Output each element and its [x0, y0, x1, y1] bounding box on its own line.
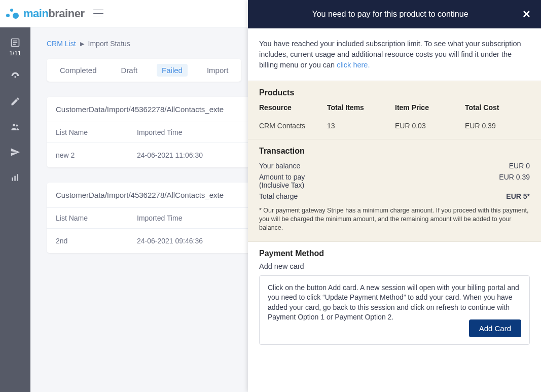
breadcrumb-root[interactable]: CRM List — [47, 40, 76, 48]
products-head-item-price: Item Price — [395, 103, 465, 112]
products-heading: Products — [259, 88, 530, 97]
sidebar-item-reports[interactable] — [0, 172, 30, 184]
transaction-heading: Transaction — [259, 147, 530, 156]
products-head-total-cost: Total Cost — [465, 103, 530, 112]
products-cell-resource: CRM Contacts — [259, 122, 327, 130]
pencil-icon — [10, 96, 20, 106]
add-card-button[interactable]: Add Card — [469, 319, 521, 337]
svg-point-4 — [14, 76, 16, 78]
transaction-footnote: * Our payment gateway Stripe has a minim… — [259, 206, 530, 232]
transaction-row-total: Total charge EUR 5* — [259, 192, 530, 200]
products-section: Products Resource Total Items Item Price… — [248, 81, 541, 139]
card-instructions-box: Click on the button Add card. A new sess… — [259, 275, 530, 345]
close-icon[interactable]: ✕ — [522, 8, 531, 20]
gauge-icon — [10, 71, 20, 81]
panel-title: You need to pay for this product to cont… — [258, 10, 522, 19]
card-instructions-text: Click on the button Add card. A new sess… — [268, 283, 519, 322]
products-head-resource: Resource — [259, 103, 327, 112]
logo-icon — [6, 7, 20, 21]
sidebar-progress-label: 1/11 — [9, 50, 21, 57]
panel-intro: You have reached your included subscript… — [248, 28, 541, 81]
svg-rect-9 — [17, 174, 18, 181]
sidebar-item-edit[interactable] — [0, 96, 30, 108]
products-cell-item-price: EUR 0.03 — [395, 122, 465, 130]
transaction-row-amount: Amount to pay (Inclusive Tax) EUR 0.39 — [259, 173, 530, 189]
cell-listname: 2nd — [56, 237, 137, 245]
products-cell-total-items: 13 — [327, 122, 395, 130]
sidebar-item-progress[interactable]: 1/11 — [0, 38, 30, 57]
payment-method-section: Payment Method Add new card Click on the… — [248, 242, 541, 354]
logo-text: mainbrainer — [23, 7, 84, 20]
products-table-head: Resource Total Items Item Price Total Co… — [259, 103, 530, 112]
sidebar-item-dashboard[interactable] — [0, 71, 30, 82]
payment-panel: You need to pay for this product to cont… — [248, 0, 541, 392]
tab-import[interactable]: Import — [202, 64, 234, 77]
balance-label: Your balance — [259, 162, 300, 170]
svg-rect-8 — [14, 176, 16, 181]
add-new-card-label: Add new card — [259, 262, 530, 270]
svg-rect-7 — [12, 177, 13, 181]
paper-plane-icon — [10, 147, 20, 157]
menu-toggle-icon[interactable] — [93, 10, 103, 18]
amount-sublabel: (Inclusive Tax) — [259, 181, 304, 189]
amount-label-text: Amount to pay — [259, 173, 305, 181]
transaction-section: Transaction Your balance EUR 0 Amount to… — [248, 139, 541, 242]
panel-intro-link[interactable]: click here. — [337, 61, 370, 69]
tab-draft[interactable]: Draft — [116, 64, 143, 77]
col-header-listname: List Name — [56, 214, 137, 222]
sidebar-item-send[interactable] — [0, 147, 30, 158]
tab-failed[interactable]: Failed — [157, 64, 188, 77]
total-label: Total charge — [259, 192, 298, 200]
products-table-row: CRM Contacts 13 EUR 0.03 EUR 0.39 — [259, 122, 530, 130]
transaction-row-balance: Your balance EUR 0 — [259, 162, 530, 170]
balance-value: EUR 0 — [509, 162, 530, 170]
col-header-listname: List Name — [56, 128, 137, 136]
breadcrumb-current: Import Status — [88, 40, 130, 48]
payment-method-heading: Payment Method — [259, 249, 530, 258]
cell-listname: new 2 — [56, 151, 137, 159]
amount-value: EUR 0.39 — [499, 173, 530, 189]
status-tabs: Completed Draft Failed Import — [47, 59, 241, 82]
total-value: EUR 5* — [506, 192, 530, 200]
panel-intro-text: You have reached your included subscript… — [259, 40, 521, 69]
bar-chart-icon — [10, 172, 20, 183]
tab-completed[interactable]: Completed — [55, 64, 102, 77]
products-head-total-items: Total Items — [327, 103, 395, 112]
amount-label: Amount to pay (Inclusive Tax) — [259, 173, 305, 189]
panel-body: You have reached your included subscript… — [248, 28, 541, 392]
sidebar: 1/11 — [0, 27, 30, 392]
svg-point-6 — [16, 124, 18, 126]
checklist-icon — [10, 38, 20, 48]
panel-header: You need to pay for this product to cont… — [248, 0, 541, 28]
products-cell-total-cost: EUR 0.39 — [465, 122, 530, 130]
sidebar-item-people[interactable] — [0, 122, 30, 133]
svg-point-5 — [13, 124, 15, 126]
users-icon — [10, 122, 20, 132]
chevron-right-icon: ▶ — [80, 41, 84, 47]
logo[interactable]: mainbrainer — [6, 7, 84, 21]
